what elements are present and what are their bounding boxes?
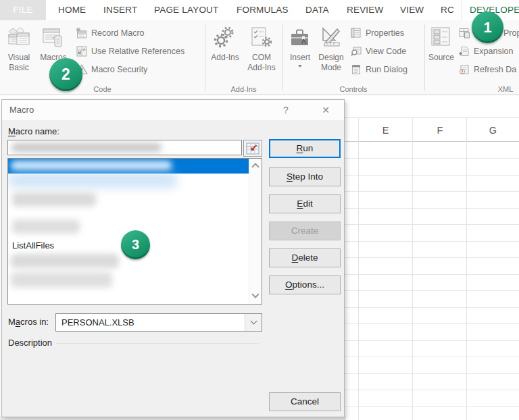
macro-name-input[interactable] — [7, 140, 242, 155]
dialog-title-bar[interactable]: Macro ? ✕ — [2, 100, 344, 120]
tab-data[interactable]: DATA — [305, 0, 329, 20]
macros-in-dropdown[interactable]: PERSONAL.XLSB — [55, 313, 262, 332]
help-button[interactable]: ? — [274, 100, 297, 120]
list-scrollbar[interactable] — [249, 159, 262, 304]
dialog-title: Macro — [9, 100, 34, 120]
gridline — [412, 117, 413, 420]
macro-name-label: Macro name: — [8, 126, 59, 136]
redacted-text-blur — [11, 254, 119, 268]
options-button[interactable]: Options... — [269, 275, 341, 294]
run-button[interactable]: Run — [269, 139, 341, 158]
insert-toolbox-icon — [289, 22, 312, 50]
redacted-text-blur — [8, 174, 177, 187]
tab-rc[interactable]: RC — [441, 0, 454, 20]
visual-basic-icon — [7, 22, 31, 50]
refresh-data-icon — [458, 63, 470, 76]
tab-view[interactable]: VIEW — [400, 0, 424, 20]
dropdown-arrow-button[interactable] — [245, 314, 262, 331]
macro-list-item[interactable]: ListAllFiles — [12, 240, 54, 251]
column-header-row: E F G — [343, 117, 519, 142]
design-mode-icon — [319, 22, 343, 50]
run-dialog-label: Run Dialog — [366, 65, 407, 74]
refresh-data-label: Refresh Da — [474, 65, 516, 74]
xml-group-label: XML — [485, 85, 519, 93]
column-header-f[interactable]: F — [413, 118, 467, 142]
insert-control-button[interactable]: Insert — [285, 22, 315, 68]
gridline — [358, 117, 359, 420]
macros-in-value: PERSONAL.XLSB — [61, 314, 134, 331]
step-into-button[interactable]: Step Into — [269, 167, 341, 186]
map-properties-icon — [458, 27, 470, 39]
ribbon-group-controls: Insert Design Mode — [282, 20, 424, 95]
com-add-ins-label: COM Add-Ins — [243, 53, 280, 73]
cell-grid[interactable] — [343, 142, 519, 420]
code-group-label: Code — [0, 85, 205, 93]
macro-dialog: Macro ? ✕ Macro name: Lis — [1, 99, 345, 417]
selected-macro-row[interactable] — [8, 159, 249, 174]
chevron-down-icon — [250, 318, 257, 325]
cancel-button[interactable]: Cancel — [269, 392, 341, 411]
view-code-button[interactable]: View Code — [350, 43, 406, 59]
expansion-packs-icon — [458, 45, 470, 57]
redacted-text-blur — [11, 143, 162, 152]
tab-insert[interactable]: INSERT — [103, 0, 137, 20]
insert-control-label: Insert — [290, 53, 310, 63]
ribbon-group-addins: Add-Ins COM Add-Ins Add-Ins — [205, 20, 282, 95]
record-macro-button[interactable]: Record Macro — [76, 25, 145, 41]
gridline — [466, 117, 467, 420]
create-button: Create — [269, 221, 341, 240]
column-header-g[interactable]: G — [467, 118, 519, 142]
com-add-ins-icon — [249, 22, 274, 50]
range-selector-button[interactable] — [243, 140, 262, 157]
record-macro-icon — [76, 27, 88, 39]
visual-basic-button[interactable]: Visual Basic — [1, 22, 36, 73]
macros-in-label: Macros in: — [8, 317, 49, 327]
step-2-badge: 2 — [49, 58, 82, 91]
design-mode-button[interactable]: Design Mode — [315, 22, 347, 73]
column-header-e[interactable]: E — [358, 118, 413, 142]
refresh-data-button[interactable]: Refresh Da — [458, 61, 516, 78]
macros-button[interactable]: Macros — [36, 22, 70, 63]
relative-references-icon — [76, 45, 88, 57]
visual-basic-label: Visual Basic — [1, 53, 36, 73]
ribbon-group-code: Visual Basic — [0, 20, 205, 95]
controls-group-label: Controls — [282, 85, 424, 93]
use-relative-references-button[interactable]: Use Relative References — [76, 43, 184, 59]
macro-security-button[interactable]: Macro Security — [76, 61, 147, 78]
record-macro-label: Record Macro — [91, 28, 145, 38]
tab-file[interactable]: FILE — [0, 0, 46, 20]
worksheet: E F G — [343, 95, 519, 420]
properties-button[interactable]: Properties — [350, 25, 404, 41]
delete-button[interactable]: Delete — [269, 248, 341, 267]
ribbon-tab-bar: FILE HOME INSERT PAGE LAYOUT FORMULAS DA… — [0, 0, 519, 20]
edit-button[interactable]: Edit — [269, 194, 341, 213]
insert-dropdown-arrow[interactable] — [298, 65, 302, 68]
tab-page-layout[interactable]: PAGE LAYOUT — [154, 0, 218, 20]
redacted-text-blur — [11, 161, 172, 170]
step-3-badge: 3 — [121, 230, 150, 259]
tab-formulas[interactable]: FORMULAS — [237, 0, 289, 20]
tab-review[interactable]: REVIEW — [347, 0, 383, 20]
description-divider — [56, 343, 259, 344]
redacted-text-blur — [12, 219, 80, 234]
scroll-up-icon[interactable] — [251, 163, 259, 170]
run-dialog-icon — [350, 63, 362, 76]
expansion-packs-button[interactable]: Expansion — [458, 43, 513, 59]
use-relative-references-label: Use Relative References — [91, 47, 184, 56]
range-selector-icon — [246, 142, 260, 155]
add-ins-label: Add-Ins — [211, 53, 239, 63]
source-icon — [429, 22, 453, 50]
addins-group-label: Add-Ins — [205, 85, 282, 93]
step-1-badge: 1 — [472, 11, 503, 43]
source-button[interactable]: Source — [426, 22, 457, 63]
com-add-ins-button[interactable]: COM Add-Ins — [243, 22, 280, 73]
scroll-down-icon[interactable] — [251, 290, 259, 298]
run-dialog-button[interactable]: Run Dialog — [350, 61, 407, 78]
close-icon[interactable]: ✕ — [314, 100, 337, 120]
excel-window: FILE HOME INSERT PAGE LAYOUT FORMULAS DA… — [0, 0, 519, 420]
tab-home[interactable]: HOME — [58, 0, 86, 20]
add-ins-button[interactable]: Add-Ins — [208, 22, 242, 63]
macro-security-label: Macro Security — [91, 65, 147, 74]
add-ins-icon — [213, 22, 237, 50]
redacted-text-blur — [12, 192, 96, 207]
